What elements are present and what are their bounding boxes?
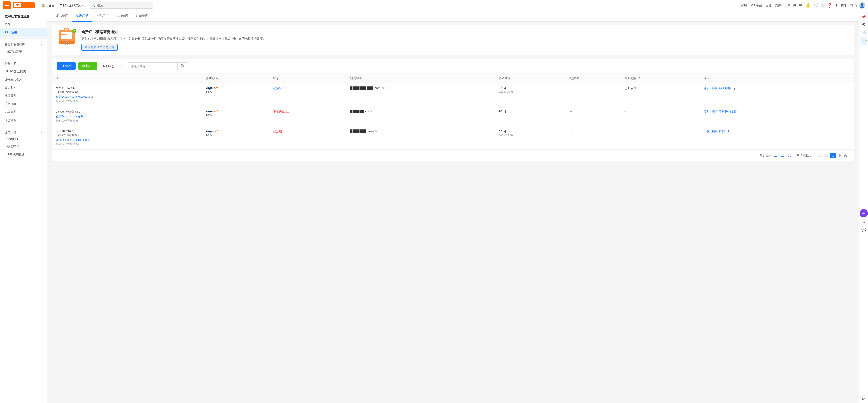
location-icon[interactable]: ◎ xyxy=(821,3,824,8)
right-pin-icon[interactable]: 📌 xyxy=(860,13,867,20)
action-deploy-service-1[interactable]: 部署服务 xyxy=(719,86,731,90)
sidebar-item-https-gateway[interactable]: HTTPS加速网关 xyxy=(0,67,47,75)
domain-copy-icon-2[interactable]: ⧉ xyxy=(370,109,372,113)
tab-free-cert[interactable]: 免费证书 xyxy=(72,11,92,22)
sidebar-item-order-mgmt[interactable]: 订单管理 xyxy=(0,108,47,116)
cert-resource-1[interactable]: 资源ID:cas-ivauto-xcxdw2 ⧉ ⊡ xyxy=(56,95,199,99)
action-upgrade-2[interactable]: 升级 xyxy=(711,109,717,113)
sidebar-group-deploy[interactable]: 部署和资源管理 ∧ xyxy=(0,40,47,48)
app-icon[interactable]: ⊞ xyxy=(793,3,797,8)
domain-search-btn[interactable]: 🔍 xyxy=(178,63,188,70)
copy-icon-2[interactable]: ⧉ xyxy=(87,115,89,118)
right-expand-btn[interactable]: ▷ xyxy=(862,397,865,401)
tag-edit-icon-2[interactable]: ✎ xyxy=(76,120,78,123)
cert-tag-1[interactable]: 标签:未设置标签 ✎ xyxy=(56,99,199,103)
tag-edit-icon-3[interactable]: ✎ xyxy=(76,143,78,146)
nav-support[interactable]: 支持 xyxy=(775,3,781,7)
action-more-2[interactable]: ⋮ xyxy=(739,109,742,114)
star-icon[interactable]: ✦ xyxy=(835,3,838,8)
domain-share-icon-1[interactable]: ⊡ xyxy=(384,86,387,90)
cart-icon[interactable]: 🛒 xyxy=(813,3,818,8)
sidebar-item-view-cert[interactable]: 查看证书 xyxy=(0,143,47,151)
nav-lang[interactable]: 简体 xyxy=(841,3,847,7)
search-input[interactable] xyxy=(90,2,153,8)
tag-edit-icon-1[interactable]: ✎ xyxy=(76,100,78,103)
notify-cell-1: 已开启 ✎ xyxy=(621,83,700,106)
notice-btn[interactable]: 查看免费证书变更公告 xyxy=(82,44,118,51)
main-content: 证书管理 免费证书 上传证书 CSR管理 订单管理 xyxy=(48,11,859,403)
cert-resource-3[interactable]: 资源ID:cas-ivauto-1g4exg ⧉ xyxy=(56,138,199,142)
sidebar-item-private-cert[interactable]: 私有证书 xyxy=(0,59,47,67)
right-ds-icon[interactable]: DS xyxy=(860,37,867,45)
actions-cell-1: 部署 下载 部署服务 ⋮ xyxy=(700,83,855,106)
create-cert-btn[interactable]: 创建证书 xyxy=(78,62,97,70)
page-1-btn[interactable]: 1 xyxy=(830,153,836,158)
action-detail-3[interactable]: 详情 xyxy=(719,129,725,134)
right-doc-icon[interactable]: 📄 xyxy=(860,29,867,37)
domain-copy-icon-3[interactable]: ⧉ xyxy=(375,129,377,133)
buy-btn[interactable]: 立即购买 xyxy=(57,62,75,70)
sidebar-item-ssl-check[interactable]: SSL状态检测 xyxy=(0,151,47,158)
action-assist-2[interactable]: 申请协助服务 xyxy=(719,109,737,113)
next-page-btn[interactable]: 下一页＞ xyxy=(838,154,850,158)
sidebar-item-hosting[interactable]: 托管服务 xyxy=(0,92,47,100)
nav-user[interactable]: 主账号 👤 xyxy=(849,2,865,8)
notify-help-icon[interactable]: ❓ xyxy=(637,76,641,80)
hamburger-menu[interactable] xyxy=(3,1,11,9)
sidebar-item-info-mgmt[interactable]: 信息管理 xyxy=(0,116,47,124)
col-deployed: 已部署 xyxy=(567,73,621,83)
action-deploy-1[interactable]: 部署 xyxy=(704,86,710,90)
nav-avatar[interactable]: 👤 xyxy=(859,2,865,8)
tab-upload-cert[interactable]: 上传证书 xyxy=(92,11,112,22)
notify-edit-icon-1[interactable]: ✎ xyxy=(634,87,637,90)
domain-search-wrap: 🔍 xyxy=(127,62,188,70)
page-size-10[interactable]: 10 xyxy=(774,154,777,157)
share-icon-1[interactable]: ⊡ xyxy=(91,95,93,98)
ai-assistant-btn[interactable]: Ai xyxy=(860,209,868,217)
action-download-3[interactable]: 下载 xyxy=(704,129,710,134)
domain-copy-icon-1[interactable]: ⧉ xyxy=(382,86,384,90)
tab-cert-mgmt[interactable]: 证书管理 xyxy=(52,11,72,22)
sidebar-item-overview[interactable]: 概览 xyxy=(0,20,47,29)
action-download-1[interactable]: 下载 xyxy=(711,86,717,90)
bell-icon[interactable]: 🔔 xyxy=(805,3,810,8)
page-size-20[interactable]: 20 xyxy=(781,154,784,157)
action-more-3[interactable]: ⋮ xyxy=(727,129,730,134)
nav-resources[interactable]: ☰ 账号全部资源 ▾ xyxy=(57,3,85,7)
tab-csr-mgmt[interactable]: CSR管理 xyxy=(112,11,132,22)
nav-icp[interactable]: ICP 备案 xyxy=(750,3,762,7)
cert-tag-2[interactable]: 标签:未设置标签 ✎ xyxy=(56,119,199,123)
nav-enterprise[interactable]: 企业 xyxy=(766,3,771,7)
help-icon[interactable]: ❓ xyxy=(827,3,832,8)
nav-fees[interactable]: 费用 xyxy=(741,3,747,7)
prev-page-btn[interactable]: ＜上一页 xyxy=(816,154,828,158)
action-modify-2[interactable]: 修改 xyxy=(704,109,710,113)
right-chat-icon[interactable]: 💬 xyxy=(860,226,867,234)
status-select[interactable]: 全部状态 已签发 审核失败 已过期 审核中 xyxy=(100,63,125,69)
sidebar-group-tools[interactable]: 证书工具 ∧ xyxy=(0,128,47,135)
sidebar-item-cert-warehouse[interactable]: 证书应用仓库 xyxy=(0,75,47,83)
page-size-50[interactable]: 50 xyxy=(788,154,791,157)
status-warn-icon-1: ⚠ xyxy=(283,87,286,90)
nav-workbench[interactable]: 🏠 工作台 xyxy=(39,3,57,7)
right-clock-icon[interactable]: ⏱ xyxy=(860,21,867,29)
tab-order-mgmt[interactable]: 订单管理 xyxy=(132,11,152,22)
sidebar-item-view-csr[interactable]: 查看CSR xyxy=(0,135,47,143)
cert-tag-3[interactable]: 标签:未设置标签 ✎ xyxy=(56,142,199,146)
toolbar: 立即购买 创建证书 全部状态 已签发 审核失败 已过期 审核中 🔍 xyxy=(52,59,855,73)
sidebar-item-cloud-deploy[interactable]: 云产品部署 xyxy=(0,48,47,55)
cert-resource-2[interactable]: 资源ID:cas-ivauto-xp7qvj ⧉ xyxy=(56,115,199,119)
cert-cell-1: cert-11014354 DigiCert 免费版 SSL 资源ID:cas-… xyxy=(52,83,203,106)
sidebar-item-domain-monitor[interactable]: 域名监控 xyxy=(0,83,47,92)
mail-icon[interactable]: ✉ xyxy=(799,3,803,8)
domain-search-input[interactable] xyxy=(128,63,178,70)
sidebar-item-message[interactable]: 消息提醒 xyxy=(0,100,47,108)
copy-icon-1[interactable]: ⧉ xyxy=(88,95,90,98)
copy-icon-3[interactable]: ⧉ xyxy=(88,138,90,141)
nav-logo[interactable]: ❤ 阿里云 xyxy=(13,2,35,8)
nav-workorder[interactable]: 工单 xyxy=(784,3,790,7)
action-delete-3[interactable]: 删除 xyxy=(711,129,717,134)
action-more-1[interactable]: ⋮ xyxy=(733,86,736,91)
right-edit-icon[interactable]: ✎ xyxy=(860,218,867,226)
sidebar-item-ssl[interactable]: SSL 证书 xyxy=(0,29,47,37)
